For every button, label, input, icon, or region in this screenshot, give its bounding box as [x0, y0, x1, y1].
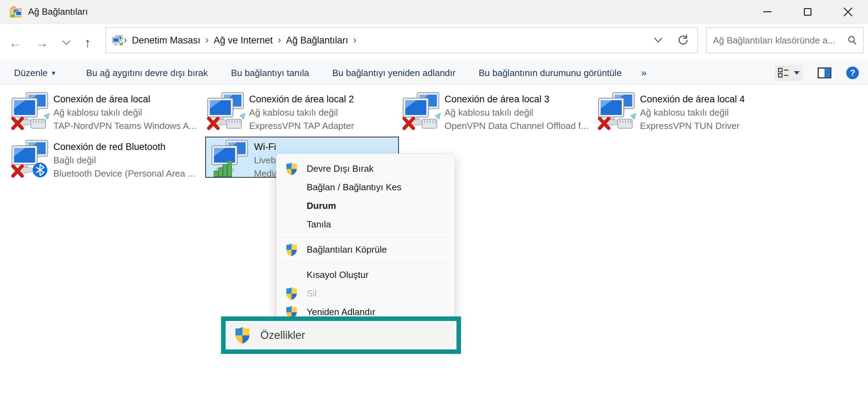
command-rename-connection[interactable]: Bu bağlantıyı yeniden adlandır — [332, 68, 455, 78]
connection-device: Bluetooth Device (Personal Area ... — [53, 167, 195, 180]
ozellikler-label: Özellikler — [260, 329, 305, 342]
breadcrumb-chevron-icon: › — [123, 34, 127, 46]
connection-name: Conexión de área local — [53, 93, 196, 106]
network-adapter-icon — [402, 92, 441, 131]
help-question-mark: ? — [850, 68, 855, 78]
network-adapter-icon — [211, 139, 250, 179]
uac-shield-icon — [286, 243, 298, 257]
titlebar: Ağ Bağlantıları — [0, 0, 868, 24]
help-button[interactable]: ? — [846, 67, 859, 79]
context-menu-item-5[interactable]: Bağlantıları Köprüle — [276, 240, 455, 259]
chevron-down-icon — [794, 71, 800, 75]
command-disable-device[interactable]: Bu ağ aygıtını devre dışı bırak — [86, 68, 208, 78]
connection-tile-local-4[interactable]: Conexión de área local 4 Ağ kablosu takı… — [597, 92, 791, 133]
refresh-icon[interactable] — [677, 34, 689, 46]
address-bar[interactable]: › Denetim Masası › Ağ ve Internet › Ağ B… — [105, 27, 698, 53]
connection-status: Ağ kablosu takılı değil — [249, 106, 354, 119]
network-adapter-icon — [11, 92, 50, 131]
context-menu-separator — [281, 237, 450, 237]
uac-shield-icon — [234, 327, 251, 344]
context-menu-item-label: Bağlantıları Köprüle — [307, 244, 387, 255]
breadcrumb-chevron-icon: › — [353, 34, 356, 46]
menu-icon-spacer — [286, 180, 298, 194]
connection-device: ExpressVPN TAP Adapter — [249, 119, 354, 132]
breadcrumb-item-denetim-masasi[interactable]: Denetim Masası — [132, 35, 200, 46]
address-dropdown-chevron-icon[interactable] — [653, 37, 663, 44]
connection-status: Ağ kablosu takılı değil — [445, 106, 588, 119]
bluetooth-icon — [33, 163, 47, 177]
context-menu-item-0[interactable]: Devre Dışı Bırak — [276, 159, 455, 178]
search-box[interactable] — [706, 27, 864, 53]
maximize-icon — [804, 8, 812, 16]
network-connections-window: Ağ Bağlantıları ← → ↑ — [0, 0, 868, 396]
breadcrumb-item-ag-baglantilari[interactable]: Ağ Bağlantıları — [286, 35, 348, 46]
network-adapter-icon — [206, 92, 246, 131]
maximize-button[interactable] — [787, 0, 828, 23]
connection-tile-local-1[interactable]: Conexión de área local Ağ kablosu takılı… — [11, 92, 204, 133]
context-menu-separator — [281, 262, 450, 262]
context-menu-item-label: Yeniden Adlandır — [307, 307, 375, 318]
command-diagnose-connection[interactable]: Bu bağlantıyı tanıla — [231, 68, 309, 78]
minimize-button[interactable] — [747, 0, 787, 23]
uac-shield-icon — [286, 162, 298, 176]
close-icon — [843, 7, 853, 16]
address-location-icon — [112, 34, 123, 46]
connection-tile-local-3[interactable]: Conexión de área local 3 Ağ kablosu takı… — [402, 92, 595, 133]
preview-pane-icon[interactable] — [817, 67, 832, 78]
connection-name: Conexión de área local 3 — [445, 93, 588, 106]
context-menu-item-label: Bağlan / Bağlantıyı Kes — [307, 182, 401, 193]
breadcrumb-item-ag-ve-internet[interactable]: Ağ ve Internet — [214, 35, 273, 46]
menu-icon-spacer — [286, 199, 298, 213]
command-view-status[interactable]: Bu bağlantının durumunu görüntüle — [479, 68, 622, 78]
close-button[interactable] — [828, 0, 868, 23]
connection-status: Bağlı değil — [53, 153, 195, 167]
breadcrumb: › Denetim Masası › Ağ ve Internet › Ağ B… — [123, 34, 653, 46]
menu-icon-spacer — [286, 218, 298, 232]
list-view-icon — [777, 67, 789, 79]
connection-name: Conexión de red Bluetooth — [53, 140, 195, 153]
context-menu: Devre Dışı BırakBağlan / Bağlantıyı KesD… — [276, 153, 455, 329]
forward-button[interactable]: → — [35, 36, 48, 49]
context-menu-item-label: Tanıla — [307, 219, 331, 230]
breadcrumb-chevron-icon: › — [278, 34, 281, 46]
chevron-down-icon: ▾ — [52, 69, 55, 77]
uac-shield-icon — [286, 162, 298, 176]
search-icon — [847, 35, 857, 46]
connection-tile-local-2[interactable]: Conexión de área local 2 Ağ kablosu takı… — [206, 92, 400, 133]
toolbar-overflow-button[interactable]: » — [641, 68, 647, 78]
context-menu-item-label: Kısayol Oluştur — [307, 269, 368, 280]
context-menu-item-7[interactable]: Kısayol Oluştur — [276, 266, 455, 284]
recent-locations-chevron-icon[interactable] — [62, 40, 71, 46]
network-adapter-icon — [11, 139, 50, 179]
view-options-button[interactable] — [775, 65, 803, 81]
uac-shield-icon — [234, 327, 251, 344]
context-menu-item-2[interactable]: Durum — [276, 197, 455, 215]
context-menu-item-1[interactable]: Bağlan / Bağlantıyı Kes — [276, 178, 455, 197]
connection-device: ExpressVPN TUN Driver — [640, 119, 745, 132]
uac-shield-icon — [286, 287, 298, 301]
up-button[interactable]: ↑ — [84, 36, 91, 49]
connection-device: OpenVPN Data Channel Offload f... — [445, 119, 588, 132]
context-menu-item-ozellikler[interactable]: Özellikler — [227, 323, 455, 348]
context-menu-item-label: Devre Dışı Bırak — [307, 163, 374, 174]
breadcrumb-chevron-icon: › — [205, 34, 209, 46]
app-icon — [9, 5, 22, 19]
context-menu-item-8[interactable]: Sil — [276, 284, 455, 303]
navigation-bar: ← → ↑ › Denetim Masası › Ağ ve Internet … — [0, 24, 868, 61]
command-toolbar: Düzenle ▾ Bu ağ aygıtını devre dışı bıra… — [0, 61, 868, 84]
context-menu-item-label: Durum — [307, 200, 336, 211]
duzenle-menu-button[interactable]: Düzenle ▾ — [14, 68, 55, 78]
duzenle-label: Düzenle — [14, 68, 47, 78]
search-input[interactable] — [713, 35, 847, 46]
connection-tile-bluetooth[interactable]: Conexión de red Bluetooth Bağlı değil Bl… — [11, 139, 204, 181]
back-button[interactable]: ← — [8, 36, 22, 49]
annotation-highlight-box: Özellikler — [221, 316, 461, 354]
minimize-icon — [763, 11, 772, 12]
connection-device: TAP-NordVPN Teams Windows A... — [53, 119, 196, 132]
context-menu-item-3[interactable]: Tanıla — [276, 215, 455, 234]
uac-shield-icon — [286, 287, 298, 300]
window-title: Ağ Bağlantıları — [28, 6, 88, 17]
menu-icon-spacer — [286, 268, 298, 282]
context-menu-item-label: Sil — [307, 288, 317, 299]
network-adapter-icon — [597, 92, 636, 131]
